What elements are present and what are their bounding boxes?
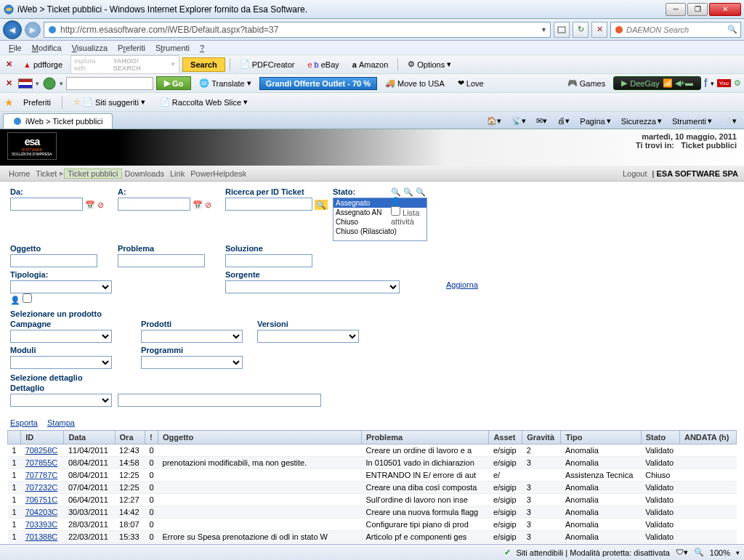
select-dettaglio[interactable]	[10, 394, 112, 407]
pdfforge-logo[interactable]: ▲pdfforge	[18, 58, 68, 71]
tool-gear-icon[interactable]: ⚙	[734, 78, 741, 88]
th-stato[interactable]: Stato	[641, 431, 679, 445]
esporta-link[interactable]: Esporta	[10, 418, 38, 427]
close-toolbar2-icon[interactable]: ✕	[3, 78, 15, 88]
url-input[interactable]	[60, 25, 541, 35]
calendar-da-icon[interactable]: 📅	[85, 200, 95, 209]
yahoo-search-box[interactable]: esplora with YAHOO! SEARCH ▼	[70, 55, 179, 74]
cell-id[interactable]: 706751C	[21, 494, 64, 506]
select-tipologia[interactable]	[10, 280, 112, 293]
th-blank[interactable]	[8, 431, 21, 445]
th-data[interactable]: Data	[64, 431, 115, 445]
table-row[interactable]: 1 704203C 30/03/2011 14:42 0 Creare una …	[8, 506, 737, 519]
logout-link[interactable]: Logout	[620, 169, 650, 178]
preferiti-button[interactable]: Preferiti	[18, 96, 56, 109]
input-dettaglio-text[interactable]	[118, 394, 321, 407]
table-row[interactable]: 1 701388C 22/03/2011 15:33 0 Errore su S…	[8, 531, 737, 543]
menu-strumenti[interactable]: Strumenti	[151, 42, 194, 54]
checkbox-tipologia[interactable]	[23, 293, 32, 303]
input-problema[interactable]	[118, 254, 205, 267]
forward-button[interactable]: ►	[25, 22, 41, 38]
menu-file[interactable]: File	[4, 42, 26, 54]
yahoo-search-button[interactable]: Search	[182, 57, 225, 72]
select-programmi[interactable]	[141, 356, 243, 369]
raccolta-webslice-button[interactable]: 📄 Raccolta Web Slice ▾	[155, 95, 253, 109]
zoom-icon[interactable]: 🔍	[694, 548, 704, 557]
th-gravita[interactable]: Gravità	[522, 431, 561, 445]
input-ricerca-id[interactable]	[225, 198, 312, 211]
select-campagne[interactable]	[10, 330, 112, 343]
th-id[interactable]: ID	[21, 431, 64, 445]
siti-suggeriti-button[interactable]: ☆📄 Siti suggeriti ▾	[68, 95, 150, 109]
help-icon[interactable]: ❔▾	[718, 115, 741, 127]
pdfcreator-button[interactable]: 📄PDFCreator	[235, 57, 300, 71]
youtube-icon[interactable]: You	[717, 79, 732, 87]
th-excl[interactable]: !	[145, 431, 158, 445]
mail-icon[interactable]: ✉▾	[532, 115, 551, 127]
table-row[interactable]: 1 703393C 28/03/2011 18:07 0 Configurare…	[8, 519, 737, 531]
menu-help[interactable]: ?	[195, 42, 209, 54]
cell-id[interactable]: 708258C	[21, 445, 64, 457]
table-row[interactable]: 1 707855C 08/04/2011 14:58 0 prenotazion…	[8, 457, 737, 469]
tipologia-icon[interactable]: 👤	[10, 296, 20, 304]
calendar-a-icon[interactable]: 📅	[193, 200, 203, 209]
table-row[interactable]: 1 706751C 06/04/2011 12:27 0 Sull'ordine…	[8, 494, 737, 506]
cell-id[interactable]: 704203C	[21, 506, 64, 519]
options-button[interactable]: ⚙ Options ▾	[403, 57, 456, 71]
move-usa-button[interactable]: 🚚Move to USA	[380, 76, 450, 90]
th-problema[interactable]: Problema	[362, 431, 489, 445]
filter-icon-4[interactable]: 👤	[391, 197, 401, 206]
table-row[interactable]: 1 708258C 11/04/2011 12:43 0 Creare un o…	[8, 445, 737, 457]
th-asset[interactable]: Asset	[489, 431, 522, 445]
clear-a-icon[interactable]: ⊘	[205, 200, 211, 209]
close-button[interactable]: ✕	[709, 3, 741, 16]
toolbar-search-input[interactable]	[66, 77, 153, 90]
filter-icon-2[interactable]: 🔍	[403, 187, 413, 196]
input-a[interactable]	[118, 198, 190, 211]
cell-id[interactable]: 707855C	[21, 457, 64, 469]
go-button[interactable]: ▶Go	[156, 76, 191, 90]
filter-icon-3[interactable]: 🔍	[416, 187, 426, 196]
th-andata[interactable]: ANDATA (h)	[679, 431, 736, 445]
strumenti-menu[interactable]: Strumenti ▾	[668, 115, 716, 127]
th-tipo[interactable]: Tipo	[561, 431, 641, 445]
flag-icon[interactable]	[18, 78, 33, 89]
favorites-star-icon[interactable]: ★	[4, 97, 14, 108]
globe-icon[interactable]	[42, 76, 57, 91]
input-soluzione[interactable]	[225, 254, 312, 267]
search-go-icon[interactable]: 🔍	[727, 25, 737, 34]
refresh-button[interactable]: ↻	[573, 22, 589, 38]
cell-id[interactable]: 707787C	[21, 469, 64, 482]
translate-button[interactable]: 🌐Translate▾	[194, 76, 256, 90]
outlet-button[interactable]: Grandi Offerte Outlet - 70 %	[259, 77, 377, 90]
browser-tab[interactable]: iWeb > Ticket pubblici	[3, 113, 113, 129]
sicurezza-menu[interactable]: Sicurezza ▾	[617, 115, 666, 127]
facebook-icon[interactable]: f	[704, 77, 707, 90]
cell-id[interactable]: 703393C	[21, 519, 64, 531]
nav-home[interactable]: Home	[6, 169, 33, 178]
print-icon[interactable]: 🖨▾	[553, 115, 574, 127]
cell-id[interactable]: 701388C	[21, 531, 64, 543]
table-row[interactable]: 1 707787C 08/04/2011 12:25 0 ENTRANDO IN…	[8, 469, 737, 482]
th-ora[interactable]: Ora	[115, 431, 145, 445]
maximize-button[interactable]: ❐	[687, 3, 708, 16]
feed-icon[interactable]: 📡▾	[507, 115, 530, 127]
stop-button[interactable]: ✕	[591, 22, 607, 38]
back-button[interactable]: ◄	[3, 20, 22, 39]
aggiorna-link[interactable]: Aggiorna	[446, 280, 478, 289]
nav-downloads[interactable]: Downloads	[122, 169, 167, 178]
nav-link[interactable]: Link	[167, 169, 187, 178]
select-versioni[interactable]	[257, 330, 359, 343]
close-toolbar-icon[interactable]: ✕	[3, 60, 15, 69]
search-provider-icon[interactable]	[614, 25, 624, 35]
checkbox-lista-attivita[interactable]	[391, 206, 400, 216]
home-icon[interactable]: 🏠▾	[482, 115, 506, 127]
deegay-button[interactable]: ▶ DeeGay 📶 ◀+▬	[613, 76, 701, 90]
amazon-button[interactable]: a Amazon	[347, 58, 393, 71]
games-button[interactable]: 🎮Games	[562, 76, 610, 90]
menu-preferiti[interactable]: Preferiti	[113, 42, 150, 54]
menu-modifica[interactable]: Modifica	[28, 42, 66, 54]
minimize-button[interactable]: ─	[666, 3, 686, 16]
nav-ticket[interactable]: Ticket	[33, 169, 60, 178]
clear-da-icon[interactable]: ⊘	[97, 200, 104, 209]
